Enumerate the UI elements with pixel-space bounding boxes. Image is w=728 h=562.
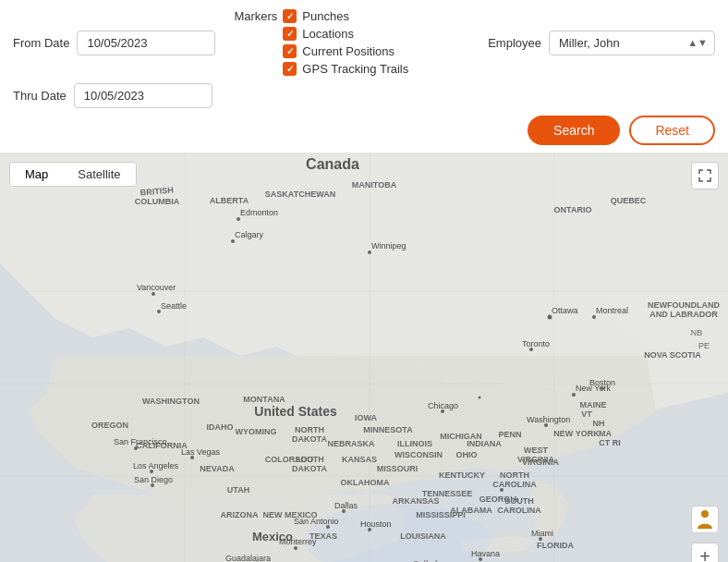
svg-point-89 (152, 292, 155, 296)
svg-text:NORTH: NORTH (295, 425, 324, 434)
svg-text:OKLAHOMA: OKLAHOMA (341, 478, 390, 487)
person-icon (697, 509, 713, 530)
second-row: Thru Date (13, 83, 715, 108)
checkbox-punches[interactable]: Punches (283, 9, 408, 23)
svg-text:WASHINGTON: WASHINGTON (142, 397, 200, 406)
svg-text:CAROLINA: CAROLINA (497, 506, 541, 515)
current-positions-checkbox-icon[interactable] (283, 44, 297, 58)
svg-text:OREGON: OREGON (91, 421, 128, 430)
svg-point-93 (134, 446, 138, 450)
svg-text:WISCONSIN: WISCONSIN (394, 450, 443, 459)
zoom-in-icon: + (699, 546, 710, 563)
svg-text:VT: VT (581, 409, 592, 419)
svg-text:Las Vegas: Las Vegas (181, 447, 221, 457)
svg-text:ONTARIO: ONTARIO (554, 205, 592, 214)
checkbox-current-positions[interactable]: Current Positions (283, 44, 408, 58)
svg-point-77 (237, 217, 240, 221)
svg-text:San Francisco: San Francisco (114, 437, 167, 446)
svg-point-79 (231, 239, 235, 243)
svg-text:Vancouver: Vancouver (137, 283, 176, 292)
svg-text:DAKOTA: DAKOTA (292, 434, 327, 444)
svg-text:NH: NH (593, 419, 605, 428)
svg-text:NB: NB (691, 328, 703, 337)
svg-text:QUEBEC: QUEBEC (611, 196, 647, 205)
locations-label: Locations (302, 27, 354, 41)
svg-text:ALABAMA: ALABAMA (450, 506, 492, 515)
svg-point-130 (701, 510, 709, 518)
svg-text:Washington: Washington (527, 415, 570, 424)
svg-text:SOUTH: SOUTH (504, 496, 534, 506)
svg-text:ARIZONA: ARIZONA (221, 510, 259, 519)
top-controls: From Date Markers Punches Locations Curr… (0, 0, 728, 112)
thru-date-input[interactable] (74, 83, 212, 108)
gps-tracking-checkbox-icon[interactable] (283, 62, 297, 76)
employee-section: Employee Miller, John ▲▼ (488, 31, 715, 55)
map-tabs: Map Satellite (9, 162, 137, 187)
svg-text:KANSAS: KANSAS (342, 455, 377, 464)
punches-checkbox-icon[interactable] (283, 9, 297, 23)
svg-text:MA: MA (599, 429, 612, 438)
svg-text:Canada: Canada (306, 156, 359, 172)
svg-point-81 (368, 250, 371, 254)
svg-text:OHIO: OHIO (455, 450, 477, 459)
svg-text:PENN: PENN (498, 430, 521, 439)
svg-text:United States: United States (254, 404, 337, 419)
svg-point-83 (548, 315, 552, 320)
svg-text:Ottawa: Ottawa (552, 306, 578, 315)
svg-text:WYOMING: WYOMING (236, 427, 277, 436)
svg-text:ARKANSAS: ARKANSAS (392, 496, 439, 506)
svg-text:San Antonio: San Antonio (294, 517, 339, 526)
svg-text:SOUTH: SOUTH (295, 455, 324, 464)
svg-text:SASKATCHEWAN: SASKATCHEWAN (265, 189, 335, 199)
locations-checkbox-icon[interactable] (283, 27, 297, 41)
svg-text:Guadalajara: Guadalajara (225, 554, 271, 562)
svg-text:MANITOBA: MANITOBA (352, 180, 397, 189)
employee-select[interactable]: Miller, John (549, 31, 715, 55)
fullscreen-button[interactable] (691, 162, 719, 189)
fullscreen-icon (698, 169, 711, 182)
search-button[interactable]: Search (528, 116, 620, 145)
svg-point-103 (479, 397, 481, 399)
svg-text:Boston: Boston (589, 378, 615, 387)
thru-date-label: Thru Date (13, 89, 67, 103)
checkboxes-col: Punches Locations Current Positions GPS … (283, 9, 408, 76)
svg-text:Toronto: Toronto (522, 339, 550, 348)
svg-text:ILLINOIS: ILLINOIS (397, 439, 432, 448)
svg-text:IDAHO: IDAHO (207, 422, 234, 432)
tab-satellite[interactable]: Satellite (63, 163, 135, 186)
svg-text:IOWA: IOWA (355, 413, 377, 422)
svg-point-118 (500, 488, 504, 492)
svg-text:Monterrey: Monterrey (279, 537, 317, 546)
svg-text:Havana: Havana (471, 549, 500, 558)
svg-text:Chicago: Chicago (428, 401, 458, 410)
reset-button[interactable]: Reset (629, 116, 715, 145)
svg-text:KENTUCKY: KENTUCKY (439, 470, 485, 480)
svg-text:VIRGINIA: VIRGINIA (517, 455, 555, 464)
svg-text:NOVA SCOTIA: NOVA SCOTIA (644, 350, 701, 360)
checkbox-gps-tracking[interactable]: GPS Tracking Trails (283, 62, 408, 76)
svg-text:NEWFOUNDLAND: NEWFOUNDLAND (648, 300, 720, 310)
svg-text:UTAH: UTAH (227, 485, 249, 495)
employee-select-wrapper: Miller, John ▲▼ (549, 31, 715, 55)
svg-text:NEW YORK: NEW YORK (553, 429, 600, 438)
svg-text:WEST: WEST (524, 446, 549, 455)
svg-text:Winnipeg: Winnipeg (371, 241, 406, 250)
svg-text:Montreal: Montreal (596, 306, 628, 315)
zoom-in-button[interactable]: + (691, 543, 719, 562)
thru-date-group: Thru Date (13, 83, 212, 108)
svg-text:Dallas: Dallas (334, 501, 358, 510)
svg-text:MINNESOTA: MINNESOTA (363, 425, 413, 434)
svg-text:COLUMBIA: COLUMBIA (135, 197, 180, 206)
from-date-input[interactable] (77, 31, 215, 55)
punches-label: Punches (302, 9, 349, 23)
svg-text:MONTANA: MONTANA (243, 395, 285, 404)
person-button[interactable] (691, 506, 719, 533)
tab-map[interactable]: Map (10, 163, 63, 186)
svg-text:Miami: Miami (531, 529, 553, 538)
svg-text:NEBRASKA: NEBRASKA (327, 439, 375, 448)
from-date-label: From Date (13, 36, 69, 50)
svg-text:CAROLINA: CAROLINA (492, 480, 537, 489)
checkbox-locations[interactable]: Locations (283, 27, 408, 41)
svg-text:FLORIDA: FLORIDA (537, 541, 574, 550)
current-positions-label: Current Positions (302, 44, 394, 58)
